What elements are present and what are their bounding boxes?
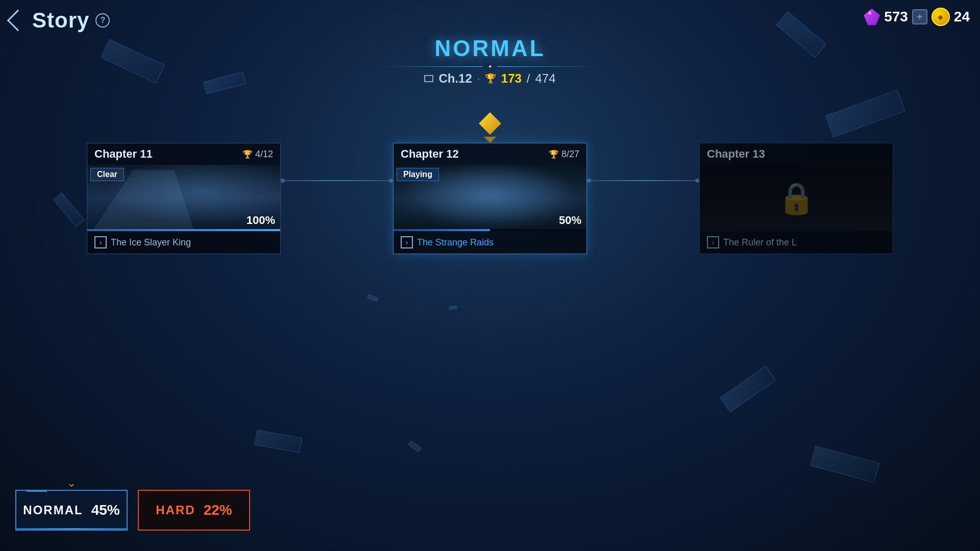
chapter-12-progress-bar [394, 229, 586, 231]
chapter-11-name: Chapter 11 [94, 147, 153, 161]
chapter-13-footer: › The Ruler of the L [700, 231, 893, 254]
chapter-13-play-button: › [707, 236, 719, 248]
chapter-card-11[interactable]: Chapter 11 🏆 4/12 Clear 100% › The Ice S… [87, 143, 281, 254]
chapter-11-footer[interactable]: › The Ice Slayer King [87, 231, 280, 254]
chapter-11-progress-fill [87, 229, 280, 231]
bg-shard [254, 430, 302, 453]
chapter-12-name: Chapter 12 [401, 147, 459, 161]
current-chapter-indicator [479, 112, 501, 143]
bg-shard [203, 71, 246, 94]
mode-header: NORMAL ✦ Ch.12 · 🏆 173 / 474 [381, 36, 599, 86]
mode-title: NORMAL [381, 36, 599, 61]
connector-line [591, 180, 695, 181]
chapter-11-progress-bar [87, 229, 280, 231]
card-header-13: Chapter 13 [700, 143, 893, 165]
chapter-12-subtitle: The Strange Raids [417, 237, 494, 248]
chapter-12-footer[interactable]: › The Strange Raids [394, 231, 586, 254]
gem-icon [864, 9, 880, 25]
mode-divider: ✦ [381, 64, 599, 69]
bg-shard [101, 39, 165, 84]
coin-icon [932, 8, 950, 26]
trophy-icon-11: 🏆 [242, 149, 253, 159]
chapter-11-image: Clear 100% [87, 165, 280, 231]
connector-line [285, 180, 389, 181]
page-title: Story [32, 8, 89, 33]
help-button[interactable]: ? [95, 13, 110, 28]
hard-mode-label: HARD [156, 503, 195, 517]
back-button[interactable]: Story [10, 8, 89, 33]
chapter-card-13: Chapter 13 🔒 › The Ruler of the L [699, 143, 893, 254]
lock-icon: 🔒 [777, 180, 816, 216]
bg-shard-small [367, 294, 378, 302]
bottom-mode-bar: ⌄ NORMAL 45% HARD 22% [15, 490, 250, 531]
chapter-12-image: Playing 50% [394, 165, 586, 231]
connector-dot-right [695, 179, 699, 183]
trophy-current: 173 [501, 71, 522, 86]
chapters-container: Chapter 11 🏆 4/12 Clear 100% › The Ice S… [0, 143, 980, 254]
bg-shard [810, 446, 879, 483]
chapter-11-trophy-count: 4/12 [255, 149, 273, 160]
bg-shard [825, 90, 905, 138]
gem-count: 573 [884, 9, 908, 25]
hard-mode-pct: 22% [204, 502, 232, 518]
chapter-13-name: Chapter 13 [707, 147, 765, 161]
gold-diamond-icon [479, 112, 501, 135]
connector-dot-left [281, 179, 285, 183]
chapter-info: Ch.12 · 🏆 173 / 474 [381, 71, 599, 86]
card-header-11: Chapter 11 🏆 4/12 [87, 143, 280, 165]
trophy-icon-12: 🏆 [549, 149, 559, 159]
trophy-slash: / [527, 71, 530, 86]
back-arrow-icon [7, 10, 29, 31]
chapter-12-trophy-count: 8/27 [561, 149, 579, 160]
chapter-11-trophies: 🏆 4/12 [242, 149, 273, 160]
trophy-icon: 🏆 [485, 73, 496, 84]
chapter-card-12[interactable]: Chapter 12 🏆 8/27 Playing 50% › The Stra… [393, 143, 587, 254]
gold-chevron-icon [484, 137, 496, 143]
chapter-11-subtitle: The Ice Slayer King [111, 237, 191, 248]
connector-dot-right [389, 179, 393, 183]
mode-chevron-icon: ⌄ [67, 477, 76, 490]
coin-count: 24 [954, 9, 970, 25]
connector-12-13 [587, 179, 699, 183]
chapter-12-status: Playing [397, 168, 439, 181]
trophy-total: 474 [535, 71, 556, 86]
normal-mode-wrapper: ⌄ NORMAL 45% [15, 490, 128, 531]
separator: · [477, 73, 480, 84]
chapter-12-pct: 50% [559, 214, 581, 227]
chapter-label: Ch.12 [438, 71, 472, 86]
chapter-13-image: 🔒 [700, 165, 893, 231]
connector-11-12 [281, 179, 393, 183]
top-resources: 573 + 24 [853, 0, 980, 34]
normal-mode-label: NORMAL [23, 503, 83, 517]
normal-mode-pct: 45% [91, 502, 120, 518]
chapter-12-play-button[interactable]: › [401, 236, 413, 248]
hard-mode-button[interactable]: HARD 22% [138, 490, 250, 531]
chapter-icon [424, 75, 433, 82]
lock-overlay: 🔒 [700, 165, 893, 231]
chapter-12-progress-fill [394, 229, 490, 231]
divider-right [497, 66, 599, 67]
chapter-11-status: Clear [90, 168, 124, 181]
top-bar: Story ? [0, 0, 980, 41]
normal-mode-button[interactable]: NORMAL 45% [15, 490, 128, 531]
divider-star: ✦ [488, 64, 492, 69]
connector-dot-left [587, 179, 591, 183]
chapter-11-pct: 100% [247, 214, 275, 227]
chapter-13-subtitle: The Ruler of the L [723, 237, 797, 248]
chapter-11-play-button[interactable]: › [94, 236, 107, 248]
chapter-12-trophies: 🏆 8/27 [549, 149, 579, 160]
bg-shard-small [408, 441, 421, 453]
add-gems-button[interactable]: + [912, 9, 927, 24]
divider-left [381, 66, 483, 67]
bg-shard [720, 366, 776, 413]
card-header-12: Chapter 12 🏆 8/27 [394, 143, 586, 165]
bg-shard-small [449, 306, 457, 310]
